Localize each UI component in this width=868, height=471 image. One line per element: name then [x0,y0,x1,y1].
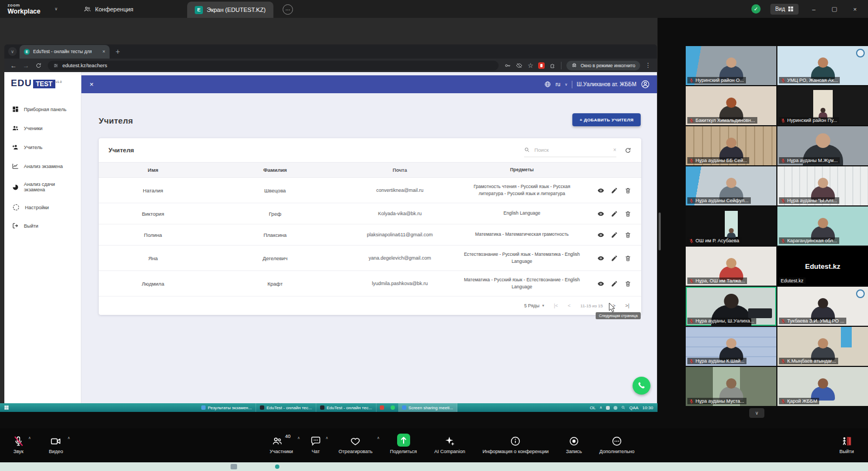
back-icon[interactable]: ← [10,62,17,69]
scrollbar[interactable] [659,212,661,250]
participant-tile[interactable]: ОШ им Р. Асубаева [686,207,776,246]
add-teacher-button[interactable]: + ДОБАВИТЬ УЧИТЕЛЯ [572,113,641,126]
tab-conference[interactable]: Конференция [84,5,133,13]
participant-tile[interactable]: Қарой ЖББМ [777,367,868,406]
first-page-button[interactable]: |< [554,303,558,308]
delete-icon[interactable] [624,280,631,287]
ai-companion-button[interactable]: AI Companion [434,434,465,454]
rows-per-page-select[interactable]: 5 Ряды ▾ [524,303,544,308]
edit-icon[interactable] [611,231,618,238]
video-options-chevron[interactable]: ∧ [67,436,70,440]
security-shield-icon[interactable]: ✓ [751,4,761,14]
chat-options-chevron[interactable]: ∧ [326,436,328,440]
view-icon[interactable] [597,187,604,194]
new-tab-button[interactable]: + [116,47,120,56]
leave-button[interactable]: Выйти [839,434,854,454]
edit-icon[interactable] [611,280,618,287]
taskbar-item-active[interactable]: Screen sharing meeti... [398,403,457,412]
sidebar-item-exam-analysis[interactable]: Анализ экзамена [4,157,81,176]
participant-tile[interactable]: Нұра ауданы Муста... [686,367,776,406]
video-button[interactable]: Видео ∧ [49,434,63,454]
delete-icon[interactable] [624,231,631,238]
delete-icon[interactable] [624,187,631,194]
audio-button[interactable]: Звук ∧ [13,434,24,454]
chat-button[interactable]: Чат ∧ [310,434,321,454]
sidebar-item-students[interactable]: Ученики [4,119,81,138]
chevron-down-icon[interactable]: ∨ [54,7,58,11]
audio-options-chevron[interactable]: ∧ [28,436,31,440]
participant-tile[interactable]: Нұра ауданы Сейфул... [686,166,776,205]
edit-icon[interactable] [611,187,618,194]
eye-off-icon[interactable] [516,62,522,69]
view-icon[interactable] [597,210,604,217]
hidden-icons-chevron[interactable]: ∧ [599,405,602,410]
tab-close-icon[interactable]: × [103,49,105,54]
chevron-down-icon[interactable]: ∨ [565,82,567,87]
reload-icon[interactable] [35,62,42,69]
taskbar-icon[interactable] [376,403,387,412]
scroll-participants-down-button[interactable]: ∨ [749,408,764,418]
clock[interactable]: 10:30 [642,405,653,410]
participant-tile[interactable]: УМЦ РО, Жансая Ах... [777,46,868,85]
close-banner-icon[interactable]: × [90,80,94,88]
tab-more-icon[interactable]: ⋯ [283,4,293,15]
close-button[interactable]: × [850,6,860,12]
participants-options-chevron[interactable]: ∧ [297,436,300,440]
view-icon[interactable] [597,255,604,262]
participant-tile-edutest[interactable]: Edutest.kz Edutest.kz [777,247,868,286]
record-button[interactable]: Запись [566,434,582,454]
participant-tile-active-speaker[interactable]: Нұра ауданы, Ш.Уәлиха... [686,287,776,326]
whatsapp-button[interactable] [633,377,650,395]
tray-icon[interactable] [614,406,617,410]
participant-tile[interactable]: Нуринский район Пу... [777,86,868,125]
keyboard-layout-label[interactable]: QAA [629,405,639,410]
start-button[interactable] [0,405,13,410]
refresh-button[interactable] [624,147,631,154]
adblock-extension-icon[interactable] [538,62,545,69]
browser-tab[interactable]: E EduTest - онлайн тесты для по × [20,45,110,59]
previous-page-button[interactable]: < [568,303,571,308]
forward-icon[interactable]: → [23,62,29,69]
tray-icon[interactable] [606,406,610,410]
taskbar-icon[interactable] [387,403,398,412]
last-page-button[interactable]: >| [625,303,629,308]
edutest-logo[interactable]: EDUTESTv1.0 [4,72,81,94]
taskbar-item[interactable]: EduTest - онлайн тес... [256,403,316,412]
react-button[interactable]: Отреагировать ∧ [339,434,373,454]
taskbar-app-icon[interactable] [231,464,237,469]
participants-button[interactable]: 40 Участники ∧ [270,434,293,454]
sidebar-item-settings[interactable]: Настройки [4,198,81,216]
edit-icon[interactable] [611,255,618,262]
view-button[interactable]: Вид [770,4,799,15]
sidebar-item-exam-pass-analysis[interactable]: Анализ сдачи экзамена [4,176,81,198]
participant-tile[interactable]: Нұра ауданы М.Жұм... [777,126,868,165]
more-button[interactable]: Дополнительно [599,434,635,454]
sidebar-item-teacher[interactable]: Учитель [4,138,81,157]
react-options-chevron[interactable]: ∧ [377,436,380,440]
maximize-button[interactable]: ▢ [829,5,840,12]
avatar[interactable] [641,80,650,89]
search-input[interactable] [533,146,610,153]
minimize-button[interactable]: – [808,6,819,12]
participant-tile[interactable]: Нұра ауданы ББ Сей... [686,126,776,165]
participant-tile[interactable]: Бакиткул Химальдиновн... [686,86,776,125]
tab-list-chevron-icon[interactable]: ∨ [8,47,17,56]
taskbar-app-icon[interactable] [275,464,279,469]
view-icon[interactable] [597,231,604,238]
view-icon[interactable] [597,280,604,287]
password-key-icon[interactable] [505,62,511,69]
share-screen-button[interactable]: Поделиться [390,434,417,454]
participant-tile[interactable]: Нуринский район О... [686,46,776,85]
sidebar-item-dashboard[interactable]: Приборная панель [4,100,81,119]
participant-tile[interactable]: Тукбаева З.И. УМЦ РО ... [777,287,868,326]
tab-screen-share[interactable]: E Экран (EDUTEST.KZ) [187,2,273,18]
bookmark-star-icon[interactable]: ☆ [527,62,533,69]
clear-search-icon[interactable]: × [613,147,616,153]
participant-tile[interactable]: Нұра ауданы "Ы.Алт... [777,166,868,205]
search-icon[interactable] [621,405,626,410]
participant-tile[interactable]: Нұра, ОШ им Талжа... [686,247,776,286]
taskbar-item[interactable]: EduTest - онлайн тес... [316,403,376,412]
participant-tile[interactable]: Карагандинская обл... [777,207,868,246]
delete-icon[interactable] [624,255,631,262]
edit-icon[interactable] [611,210,618,217]
